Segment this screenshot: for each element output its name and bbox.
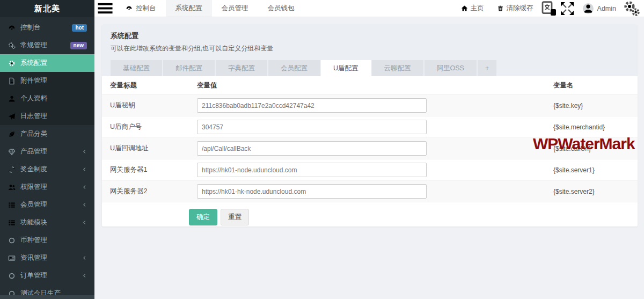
home-label: 主页 [471,4,484,13]
sidebar-item-orders[interactable]: 订单管理 [0,267,94,285]
users-icon [8,184,16,191]
var-title: U盾商户号 [102,116,189,138]
gateway-server2-input[interactable] [197,184,427,199]
sidebar-item-general[interactable]: 常规管理 new [0,37,94,54]
topbar-tab-label: 系统配置 [175,4,202,13]
fullscreen-button[interactable] [558,0,576,17]
tab-dictionary-config[interactable]: 字典配置 [216,60,267,76]
circle-icon [8,272,16,280]
user-name: Admin [597,5,616,12]
sidebar-item-attachments[interactable]: 附件管理 [0,72,94,90]
dashboard-icon [126,5,133,12]
topbar-tab-wallet[interactable]: 会员钱包 [258,0,304,17]
tab-cloudchat-config[interactable]: 云聊配置 [372,60,423,76]
sidebar-item-bonus[interactable]: 奖金制度 [0,161,94,178]
sidebar-item-label: 资讯管理 [20,253,47,262]
column-header-title: 变量标题 [102,76,189,95]
fullscreen-icon [558,0,576,17]
home-icon [461,5,468,12]
sidebar: 新北美 控制台 hot 常规管理 new 系统配置 附件管理 [0,0,94,299]
sidebar-item-label: 系统配置 [20,59,47,68]
paper-plane-icon [8,113,16,120]
ushield-key-input[interactable] [197,98,427,113]
table-header-row: 变量标题 变量值 变量名 [102,76,638,95]
topbar: 控制台 系统配置 会员管理 会员钱包 主页 清除缓存 [94,0,644,17]
var-title: 网关服务器2 [102,181,189,202]
config-tabs: 基础配置 邮件配置 字典配置 会员配置 U盾配置 云聊配置 阿里OSS + [111,60,629,76]
user-menu[interactable]: Admin [576,3,623,14]
circle-icon [8,237,16,244]
topbar-tab-dashboard[interactable]: 控制台 [116,0,166,17]
sidebar-item-label: 权限管理 [20,183,47,192]
sidebar-menu: 控制台 hot 常规管理 new 系统配置 附件管理 个人资料 [0,17,94,299]
panel-header: 系统配置 可以在此增改系统的变量和分组,也可以自定义分组和变量 基础配置 邮件配… [102,24,638,76]
content-area: 系统配置 可以在此增改系统的变量和分组,也可以自定义分组和变量 基础配置 邮件配… [94,17,644,299]
sidebar-item-product-mgmt[interactable]: 产品管理 [0,143,94,161]
sidebar-item-dashboard[interactable]: 控制台 hot [0,19,94,37]
sidebar-item-label: 币种管理 [20,236,47,245]
sidebar-item-members[interactable]: 会员管理 [0,196,94,214]
file-image-icon [8,77,16,85]
chevron-left-icon [82,185,87,189]
avatar [583,3,594,14]
sidebar-item-currency[interactable]: 币种管理 [0,231,94,249]
chevron-left-icon [82,273,87,278]
list-icon [8,219,16,227]
sidebar-item-permissions[interactable]: 权限管理 [0,178,94,196]
sidebar-item-label: 订单管理 [20,271,47,280]
column-header-name: 变量名 [545,76,638,95]
sidebar-item-label: 功能模块 [20,218,47,227]
tab-aliyun-oss[interactable]: 阿里OSS [425,60,477,76]
sidebar-item-product-category[interactable]: 产品分类 [0,125,94,143]
clear-cache-link[interactable]: 清除缓存 [491,0,540,17]
hot-badge: hot [72,24,87,32]
sidebar-item-label: 产品分类 [20,129,47,138]
add-tab-button[interactable]: + [478,60,496,76]
gem-icon [8,148,16,156]
sidebar-item-modules[interactable]: 功能模块 [0,214,94,231]
sidebar-item-label: 常规管理 [20,41,47,50]
submit-button[interactable]: 确定 [189,209,217,225]
var-title: 网关服务器1 [102,159,189,181]
ushield-callback-input[interactable] [197,141,427,156]
gateway-server1-input[interactable] [197,163,427,177]
cogs-icon [8,42,16,49]
app-logo[interactable]: 新北美 [0,0,94,17]
sidebar-item-label: 产品管理 [20,147,47,156]
var-name: {$site.server1} [545,159,638,181]
page-subtitle: 可以在此增改系统的变量和分组,也可以自定义分组和变量 [111,44,629,53]
var-name: {$site.server2} [545,181,638,202]
sidebar-item-system-config[interactable]: 系统配置 [0,54,94,72]
leaf-icon [8,130,16,138]
watermark-text: WPWaterMark [533,135,635,153]
new-badge: new [70,42,87,49]
language-button[interactable] [540,0,558,17]
gear-icon [8,60,16,67]
sidebar-item-label: 会员管理 [20,200,47,209]
table-row: U盾秘钥 {$site.key} [102,95,638,116]
recycle-icon [8,166,16,173]
reset-button[interactable]: 重置 [221,209,249,225]
chevron-left-icon [82,167,87,172]
sidebar-item-logs[interactable]: 日志管理 [0,107,94,125]
table-row: 网关服务器1 {$site.server1} [102,159,638,181]
tab-ushield-config[interactable]: U盾配置 [321,60,371,76]
topbar-tab-label: 会员管理 [222,4,248,13]
sidebar-item-label: 奖金制度 [20,165,47,174]
chevron-left-icon [82,256,87,260]
ushield-merchant-input[interactable] [197,120,427,134]
tab-member-config[interactable]: 会员配置 [268,60,320,76]
home-link[interactable]: 主页 [455,0,491,17]
settings-button[interactable] [623,0,641,17]
tab-basic-config[interactable]: 基础配置 [111,60,162,76]
sidebar-item-profile[interactable]: 个人资料 [0,90,94,107]
topbar-tab-system-config[interactable]: 系统配置 [166,0,212,17]
topbar-tab-members[interactable]: 会员管理 [212,0,258,17]
clear-cache-label: 清除缓存 [507,4,533,13]
sidebar-toggle-button[interactable] [94,0,116,17]
tab-mail-config[interactable]: 邮件配置 [163,60,215,76]
language-icon [540,0,558,17]
cogs-icon [623,0,641,17]
column-header-value: 变量值 [189,76,545,95]
sidebar-item-news[interactable]: 资讯管理 [0,249,94,267]
